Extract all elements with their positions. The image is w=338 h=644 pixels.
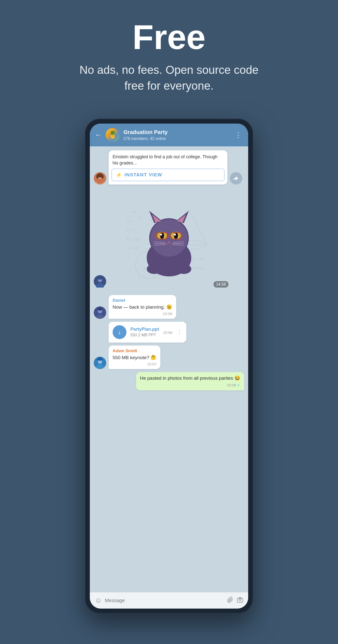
chat-body: Einstein struggled to find a job out of … [90,146,248,592]
svg-point-4 [96,178,103,184]
file-more-button[interactable]: ⋮ [176,329,182,336]
phone-outer: ← 🍍 Graduation Party 278 members, 42 onl… [85,119,253,614]
more-options-button[interactable]: ⋮ [233,131,243,139]
camera-button[interactable] [237,596,243,604]
svg-point-6 [96,174,99,179]
svg-point-41 [174,234,176,236]
chat-header: ← 🍍 Graduation Party 278 members, 42 onl… [90,124,248,146]
svg-point-54 [147,264,162,274]
svg-point-60 [97,308,102,310]
phone-wrapper: ← 🍍 Graduation Party 278 members, 42 onl… [85,119,253,614]
read-checkmark: ✓ [237,383,240,388]
group-name: Graduation Party [123,129,229,136]
forward-button[interactable] [230,172,242,184]
message-input[interactable] [105,598,224,604]
sticker-sender-avatar [94,275,106,288]
hero-subtitle: No ads, no fees. Open source code free f… [76,62,262,94]
phone-screen: ← 🍍 Graduation Party 278 members, 42 onl… [90,124,248,608]
svg-point-38 [160,232,164,239]
svg-point-67 [239,599,241,601]
file-size: 550.2 MB PPT [130,333,159,337]
sender-avatar [94,172,106,184]
daniel-avatar [94,306,106,319]
daniel-message: Daniel Now — back to planning. 😉 15:06 [109,295,176,319]
sticker-time: 14:58 [214,281,228,288]
file-time: 15:06 [163,330,172,335]
attach-button[interactable] [227,596,234,604]
hero-title: Free [10,20,328,54]
svg-point-55 [176,264,191,274]
cat-sticker [134,203,204,278]
daniel-name: Daniel [113,298,172,303]
adam-message: Adam Smidt 550 MB keynote? 🤔 15:07 [109,346,160,369]
sticker-message: t = πr² A = V = l³ P = 2πr A = πr² [90,188,248,292]
daniel-message-row: Daniel Now — back to planning. 😉 15:06 [94,295,244,319]
file-name: PartyPlan.ppt [130,327,159,332]
back-button[interactable]: ← [95,131,102,139]
daniel-time: 15:06 [113,312,172,316]
hero-section: Free No ads, no fees. Open source code f… [0,0,338,109]
svg-rect-66 [98,358,102,360]
own-message: He pasted in photos from all previous pa… [136,372,244,390]
svg-point-7 [101,174,104,179]
instant-view-label: INSTANT VIEW [124,172,162,178]
own-time: 15:08 ✓ [140,383,240,388]
group-avatar: 🍍 [106,128,119,142]
adam-name: Adam Smidt [113,348,156,354]
file-message: ↓ PartyPlan.ppt 550.2 MB PPT 15:06 ⋮ [109,322,186,342]
emoji-button[interactable]: ☺ [95,596,102,604]
lightning-icon: ⚡ [116,172,122,178]
svg-point-39 [174,232,178,239]
instant-view-button[interactable]: ⚡ INSTANT VIEW [112,169,224,181]
article-text: Einstein struggled to find a job out of … [109,150,227,169]
svg-point-12 [97,276,103,280]
svg-text:A =: A = [126,219,133,224]
own-message-row: He pasted in photos from all previous pa… [94,372,244,390]
adam-avatar [94,357,106,369]
file-message-row: ↓ PartyPlan.ppt 550.2 MB PPT 15:06 ⋮ [94,322,244,342]
input-bar: ☺ [90,592,248,608]
download-button[interactable]: ↓ [113,325,126,339]
article-bubble: Einstein struggled to find a job out of … [109,150,227,184]
adam-message-row: Adam Smidt 550 MB keynote? 🤔 15:07 [94,346,244,369]
group-status: 278 members, 42 online [123,136,229,141]
daniel-text: Now — back to planning. 😉 [113,304,172,310]
article-message: Einstein struggled to find a job out of … [94,150,244,184]
adam-text: 550 MB keynote? 🤔 [113,354,156,361]
header-info: Graduation Party 278 members, 42 online [123,129,229,141]
svg-point-40 [160,234,162,236]
own-text: He pasted in photos from all previous pa… [140,375,240,382]
adam-time: 15:07 [113,362,156,366]
file-info: PartyPlan.ppt 550.2 MB PPT [130,327,159,337]
